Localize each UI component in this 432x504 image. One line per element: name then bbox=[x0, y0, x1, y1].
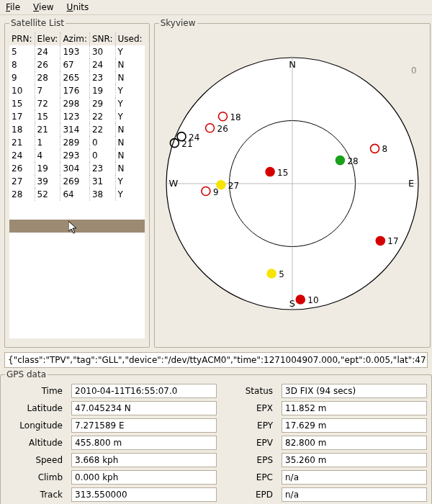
menu-units[interactable]: Units bbox=[67, 2, 89, 12]
column-header[interactable]: Used: bbox=[115, 32, 145, 45]
satellite-list-frame: Satellite List PRN:Elev:Azim:SNR:Used: 5… bbox=[4, 18, 150, 348]
raw-json-output[interactable]: {"class":"TPV","tag":"GLL","device":"/de… bbox=[4, 352, 428, 368]
table-row[interactable]: 171512322Y bbox=[9, 110, 145, 123]
gps-data-grid: Time 2010-04-11T16:55:07.0 Status 3D FIX… bbox=[5, 384, 427, 502]
value-epc: n/a bbox=[282, 470, 427, 485]
satellite-label: 17 bbox=[387, 236, 398, 246]
skyview-frame: Skyview NSEW0589101517182124262728 bbox=[154, 18, 431, 348]
table-row[interactable]: 182131422N bbox=[9, 123, 145, 136]
value-epx: 11.852 m bbox=[282, 401, 427, 415]
label-track: Track bbox=[5, 490, 64, 500]
satellite-table[interactable]: PRN:Elev:Azim:SNR:Used: 52419330Y8266724… bbox=[9, 32, 145, 201]
satellite-label: 26 bbox=[217, 124, 228, 134]
label-latitude: Latitude bbox=[5, 403, 64, 413]
column-header[interactable]: Azim: bbox=[60, 32, 90, 45]
satellite-marker bbox=[267, 269, 276, 278]
satellite-label: 15 bbox=[277, 168, 288, 178]
menu-file[interactable]: File bbox=[6, 2, 20, 12]
value-eps: 35.260 m bbox=[282, 453, 427, 467]
satellite-marker bbox=[266, 168, 274, 176]
skyview-plot: NSEW0589101517182124262728 bbox=[159, 32, 426, 335]
satellite-label: 10 bbox=[307, 295, 318, 305]
label-longitude: Longitude bbox=[5, 420, 64, 431]
table-row[interactable]: 273926931Y bbox=[9, 175, 145, 188]
value-longitude: 7.271589 E bbox=[71, 418, 217, 433]
label-epd: EPD bbox=[224, 490, 274, 500]
table-row[interactable]: 261930423N bbox=[9, 162, 145, 175]
satellite-label: 8 bbox=[382, 144, 387, 154]
gps-data-legend: GPS data bbox=[5, 369, 48, 379]
label-climb: Climb bbox=[5, 472, 64, 482]
label-altitude: Altitude bbox=[5, 438, 64, 448]
value-epy: 17.629 m bbox=[282, 418, 427, 433]
satellite-marker bbox=[376, 236, 384, 245]
satellite-marker bbox=[296, 295, 305, 304]
value-status: 3D FIX (94 secs) bbox=[282, 384, 427, 398]
svg-text:N: N bbox=[289, 59, 296, 70]
satellite-marker bbox=[217, 181, 225, 189]
column-header[interactable]: PRN: bbox=[9, 32, 35, 45]
svg-text:0: 0 bbox=[411, 66, 417, 76]
table-row[interactable]: 92826523N bbox=[9, 71, 145, 84]
table-row[interactable]: 10717619Y bbox=[9, 84, 145, 97]
menubar: File View Units bbox=[0, 0, 432, 15]
value-track: 313.550000 bbox=[71, 487, 217, 502]
satellite-label: 24 bbox=[189, 132, 199, 143]
table-row[interactable]: 8266724N bbox=[9, 58, 145, 71]
label-epv: EPV bbox=[224, 438, 274, 448]
satellite-label: 18 bbox=[230, 112, 240, 122]
satellite-list-area[interactable]: PRN:Elev:Azim:SNR:Used: 52419330Y8266724… bbox=[9, 32, 145, 338]
label-epc: EPC bbox=[224, 472, 274, 482]
column-header[interactable]: Elev: bbox=[35, 32, 60, 45]
label-speed: Speed bbox=[5, 455, 64, 465]
skyview-legend: Skyview bbox=[159, 18, 197, 28]
table-row[interactable]: 157229829Y bbox=[9, 97, 145, 110]
svg-text:S: S bbox=[289, 298, 295, 309]
table-row[interactable]: 2442930N bbox=[9, 149, 145, 162]
menu-view[interactable]: View bbox=[33, 2, 53, 12]
svg-text:E: E bbox=[408, 178, 414, 189]
gps-data-frame: GPS data Time 2010-04-11T16:55:07.0 Stat… bbox=[0, 369, 432, 504]
satellite-label: 28 bbox=[347, 156, 358, 166]
value-altitude: 455.800 m bbox=[71, 436, 217, 450]
label-epx: EPX bbox=[224, 403, 274, 413]
value-epv: 82.800 m bbox=[282, 436, 427, 450]
satellite-list-legend: Satellite List bbox=[9, 18, 66, 28]
svg-text:W: W bbox=[168, 178, 178, 189]
value-climb: 0.000 kph bbox=[71, 470, 217, 485]
label-epy: EPY bbox=[224, 420, 274, 431]
satellite-marker bbox=[336, 156, 344, 165]
table-selection-highlight bbox=[9, 220, 145, 233]
label-eps: EPS bbox=[224, 455, 274, 465]
value-speed: 3.668 kph bbox=[71, 453, 217, 467]
table-row[interactable]: 52419330Y bbox=[9, 45, 145, 58]
label-time: Time bbox=[5, 386, 64, 396]
label-status: Status bbox=[224, 386, 274, 396]
satellite-label: 5 bbox=[279, 269, 284, 279]
column-header[interactable]: SNR: bbox=[89, 32, 115, 45]
table-row[interactable]: 28526438Y bbox=[9, 188, 145, 201]
value-time: 2010-04-11T16:55:07.0 bbox=[71, 384, 217, 398]
satellite-label: 27 bbox=[228, 181, 239, 191]
value-epd: n/a bbox=[282, 487, 427, 502]
value-latitude: 47.045234 N bbox=[71, 401, 217, 415]
table-row[interactable]: 2112890N bbox=[9, 136, 145, 149]
